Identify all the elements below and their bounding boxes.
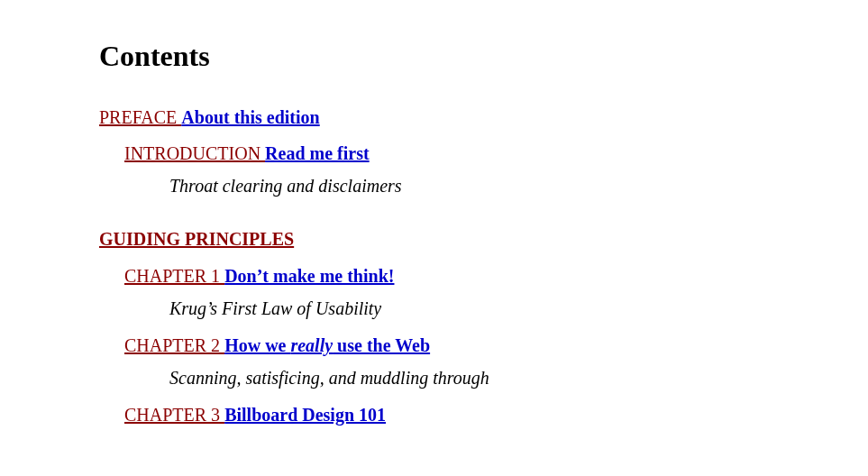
toc-entry-preface: PREFACE About this edition bbox=[99, 104, 868, 131]
chapter-2-subtitle: Scanning, satisficing, and muddling thro… bbox=[169, 368, 868, 389]
toc-entry-chapter-3: CHAPTER 3 Billboard Design 101 bbox=[124, 401, 868, 428]
preface-title-link[interactable]: About this edition bbox=[181, 107, 319, 127]
chapter-1-label-link[interactable]: CHAPTER 1 bbox=[124, 266, 224, 286]
section-guiding-principles-link[interactable]: GUIDING PRINCIPLES bbox=[99, 229, 294, 250]
introduction-title-link[interactable]: Read me first bbox=[265, 143, 370, 163]
toc-entry-chapter-1: CHAPTER 1 Don’t make me think! bbox=[124, 262, 868, 289]
chapter-1-title-link[interactable]: Don’t make me think! bbox=[224, 266, 394, 286]
chapter-3-title-link[interactable]: Billboard Design 101 bbox=[224, 405, 386, 425]
toc-entry-chapter-2: CHAPTER 2 How we really use the Web bbox=[124, 332, 868, 359]
introduction-label-link[interactable]: INTRODUCTION bbox=[124, 143, 265, 163]
page-container: Contents PREFACE About this edition INTR… bbox=[0, 0, 868, 476]
introduction-subtitle: Throat clearing and disclaimers bbox=[169, 176, 868, 197]
chapter-2-label-link[interactable]: CHAPTER 2 bbox=[124, 335, 224, 355]
chapter-2-title-pre: How we bbox=[224, 335, 290, 355]
preface-label-link[interactable]: PREFACE bbox=[99, 107, 181, 127]
chapter-2-title-link[interactable]: How we really use the Web bbox=[224, 335, 430, 355]
chapter-2-title-post: use the Web bbox=[333, 335, 430, 355]
toc-entry-introduction: INTRODUCTION Read me first bbox=[124, 140, 868, 167]
chapter-2-title-em: really bbox=[290, 335, 333, 355]
chapter-3-label-link[interactable]: CHAPTER 3 bbox=[124, 405, 224, 425]
page-title: Contents bbox=[99, 40, 868, 73]
chapter-1-subtitle: Krug’s First Law of Usability bbox=[169, 298, 868, 319]
